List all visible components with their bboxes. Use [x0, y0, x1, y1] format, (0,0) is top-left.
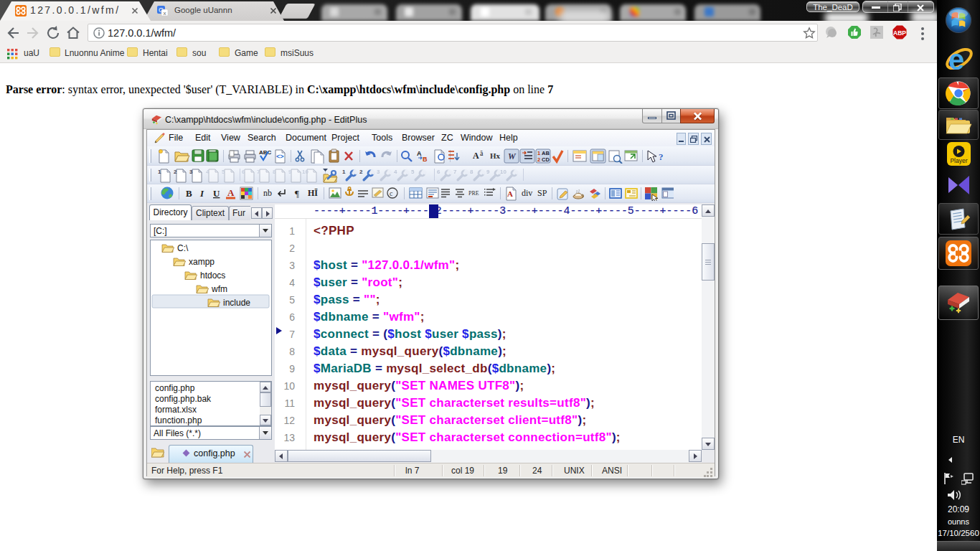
svg-text:?: ? [659, 151, 664, 162]
svg-text:7: 7 [453, 169, 457, 175]
svg-text:5: 5 [222, 169, 225, 175]
svg-text:10: 10 [302, 169, 308, 175]
svg-text:<>: <> [276, 153, 284, 160]
svg-text:CD: CD [542, 156, 550, 163]
svg-text:U: U [213, 188, 220, 199]
svg-text:1: 1 [158, 169, 161, 175]
svg-text:B: B [423, 156, 428, 163]
svg-text:ABP: ABP [893, 29, 906, 37]
svg-text:2: 2 [537, 156, 540, 163]
svg-text:PRE: PRE [468, 190, 479, 197]
svg-text:6: 6 [242, 169, 245, 175]
svg-text:ã: ã [480, 149, 484, 157]
svg-text:SP: SP [537, 188, 547, 198]
svg-text:wfm: wfm [211, 284, 227, 294]
svg-text:xampp: xampp [189, 257, 215, 267]
svg-text:Player: Player [950, 157, 967, 164]
svg-text:e: e [948, 44, 964, 75]
svg-text:ABC: ABC [259, 149, 272, 156]
svg-text:A: A [473, 151, 479, 161]
svg-text:htdocs: htdocs [200, 270, 225, 281]
svg-text:A: A [507, 189, 513, 198]
svg-text:8: 8 [273, 169, 276, 175]
svg-text:3: 3 [189, 169, 193, 175]
svg-text:x: x [164, 10, 166, 17]
svg-text:HĪ: HĪ [308, 188, 318, 198]
svg-text:2: 2 [359, 169, 363, 175]
svg-text:B: B [186, 188, 192, 199]
svg-text:C:\: C:\ [177, 243, 189, 253]
svg-text:div: div [522, 188, 532, 198]
svg-text:c: c [390, 189, 393, 197]
svg-text:include: include [223, 298, 250, 308]
svg-text:¶: ¶ [295, 188, 299, 199]
svg-text:1: 1 [342, 169, 346, 175]
svg-text:I: I [199, 188, 204, 199]
svg-text:Hx: Hx [490, 151, 501, 160]
svg-text:9: 9 [288, 169, 292, 175]
svg-text:nb: nb [263, 188, 272, 198]
svg-text:W: W [508, 151, 517, 161]
svg-text:8: 8 [470, 169, 473, 175]
svg-text:7: 7 [257, 169, 260, 175]
svg-text:3: 3 [377, 169, 380, 175]
svg-text:4: 4 [394, 169, 397, 175]
svg-text:4: 4 [206, 169, 209, 175]
svg-text:2: 2 [174, 169, 177, 175]
svg-text:9: 9 [486, 169, 490, 175]
svg-text:A: A [417, 150, 422, 157]
svg-text:A: A [227, 187, 235, 198]
svg-text:10: 10 [500, 169, 507, 175]
svg-text:1: 1 [537, 150, 540, 156]
svg-text:6: 6 [437, 169, 440, 175]
svg-text:5: 5 [411, 169, 415, 175]
svg-text:AB: AB [542, 150, 550, 156]
